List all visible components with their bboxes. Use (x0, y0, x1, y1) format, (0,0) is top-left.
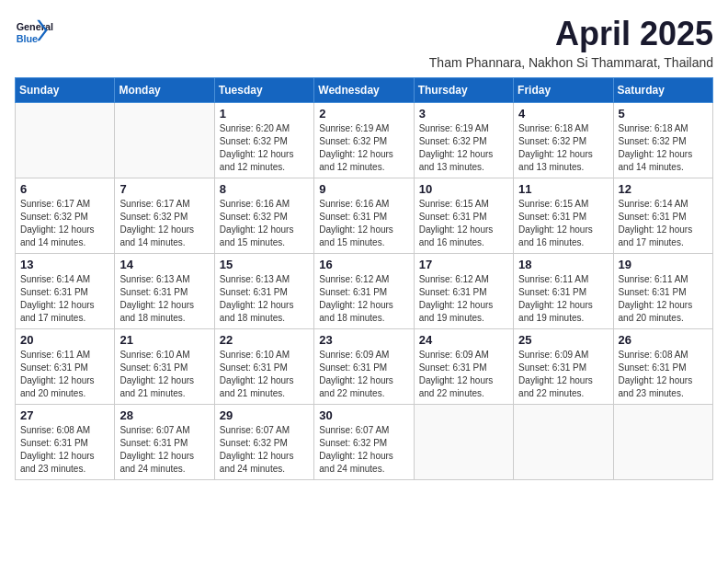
day-cell: 12Sunrise: 6:14 AMSunset: 6:31 PMDayligh… (613, 178, 712, 254)
day-cell (16, 103, 115, 178)
day-number: 1 (220, 107, 309, 121)
day-cell: 29Sunrise: 6:07 AMSunset: 6:32 PMDayligh… (214, 405, 313, 480)
day-cell (514, 405, 613, 480)
day-number: 5 (619, 107, 708, 121)
day-number: 28 (119, 408, 209, 422)
day-info: Sunrise: 6:18 AMSunset: 6:32 PMDaylight:… (619, 122, 708, 174)
day-number: 15 (220, 258, 309, 271)
day-number: 21 (119, 333, 209, 347)
day-cell: 21Sunrise: 6:10 AMSunset: 6:31 PMDayligh… (115, 329, 214, 405)
day-number: 18 (518, 258, 608, 271)
day-cell: 18Sunrise: 6:11 AMSunset: 6:31 PMDayligh… (514, 254, 613, 329)
day-number: 25 (518, 333, 608, 347)
day-cell: 14Sunrise: 6:13 AMSunset: 6:31 PMDayligh… (115, 254, 214, 329)
day-number: 16 (319, 258, 408, 271)
weekday-header-row: SundayMondayTuesdayWednesdayThursdayFrid… (16, 78, 713, 103)
week-row-2: 6Sunrise: 6:17 AMSunset: 6:32 PMDaylight… (16, 178, 713, 254)
day-info: Sunrise: 6:10 AMSunset: 6:31 PMDaylight:… (220, 349, 309, 400)
weekday-header-sunday: Sunday (16, 78, 115, 103)
day-info: Sunrise: 6:11 AMSunset: 6:31 PMDaylight:… (20, 349, 109, 400)
day-cell: 30Sunrise: 6:07 AMSunset: 6:32 PMDayligh… (314, 405, 414, 480)
day-cell: 27Sunrise: 6:08 AMSunset: 6:31 PMDayligh… (16, 405, 115, 480)
day-cell: 9Sunrise: 6:16 AMSunset: 6:31 PMDaylight… (314, 178, 414, 254)
day-info: Sunrise: 6:14 AMSunset: 6:31 PMDaylight:… (619, 198, 708, 249)
day-info: Sunrise: 6:18 AMSunset: 6:32 PMDaylight:… (518, 122, 608, 174)
page-header: General Blue April 2025 Tham Phannara, N… (15, 15, 713, 70)
day-info: Sunrise: 6:12 AMSunset: 6:31 PMDaylight:… (419, 273, 508, 325)
day-info: Sunrise: 6:19 AMSunset: 6:32 PMDaylight:… (319, 122, 408, 174)
day-number: 13 (20, 258, 109, 271)
svg-text:General: General (17, 21, 53, 32)
day-info: Sunrise: 6:16 AMSunset: 6:32 PMDaylight:… (220, 198, 309, 249)
day-cell: 10Sunrise: 6:15 AMSunset: 6:31 PMDayligh… (414, 178, 513, 254)
day-number: 12 (619, 182, 708, 196)
day-info: Sunrise: 6:11 AMSunset: 6:31 PMDaylight:… (619, 273, 708, 325)
day-number: 2 (319, 107, 408, 121)
day-info: Sunrise: 6:08 AMSunset: 6:31 PMDaylight:… (20, 424, 109, 476)
day-cell: 5Sunrise: 6:18 AMSunset: 6:32 PMDaylight… (613, 103, 712, 178)
day-cell: 13Sunrise: 6:14 AMSunset: 6:31 PMDayligh… (16, 254, 115, 329)
day-number: 3 (419, 107, 508, 121)
day-info: Sunrise: 6:09 AMSunset: 6:31 PMDaylight:… (319, 349, 408, 400)
day-cell (115, 103, 214, 178)
day-cell: 15Sunrise: 6:13 AMSunset: 6:31 PMDayligh… (214, 254, 313, 329)
week-row-4: 20Sunrise: 6:11 AMSunset: 6:31 PMDayligh… (16, 329, 713, 405)
day-cell: 19Sunrise: 6:11 AMSunset: 6:31 PMDayligh… (613, 254, 712, 329)
day-number: 24 (419, 333, 508, 347)
day-info: Sunrise: 6:09 AMSunset: 6:31 PMDaylight:… (419, 349, 508, 400)
day-cell: 1Sunrise: 6:20 AMSunset: 6:32 PMDaylight… (214, 103, 313, 178)
weekday-header-saturday: Saturday (613, 78, 712, 103)
day-cell: 11Sunrise: 6:15 AMSunset: 6:31 PMDayligh… (514, 178, 613, 254)
day-number: 4 (518, 107, 608, 121)
weekday-header-wednesday: Wednesday (314, 78, 414, 103)
day-cell: 25Sunrise: 6:09 AMSunset: 6:31 PMDayligh… (514, 329, 613, 405)
day-info: Sunrise: 6:20 AMSunset: 6:32 PMDaylight:… (220, 122, 309, 174)
day-cell: 4Sunrise: 6:18 AMSunset: 6:32 PMDaylight… (514, 103, 613, 178)
day-number: 9 (319, 182, 408, 196)
day-info: Sunrise: 6:17 AMSunset: 6:32 PMDaylight:… (20, 198, 109, 249)
logo-svg: General Blue (15, 15, 61, 52)
day-cell: 3Sunrise: 6:19 AMSunset: 6:32 PMDaylight… (414, 103, 513, 178)
weekday-header-tuesday: Tuesday (214, 78, 313, 103)
day-info: Sunrise: 6:07 AMSunset: 6:32 PMDaylight:… (319, 424, 408, 476)
day-info: Sunrise: 6:16 AMSunset: 6:31 PMDaylight:… (319, 198, 408, 249)
weekday-header-monday: Monday (115, 78, 214, 103)
day-info: Sunrise: 6:10 AMSunset: 6:31 PMDaylight:… (119, 349, 209, 400)
day-info: Sunrise: 6:19 AMSunset: 6:32 PMDaylight:… (419, 122, 508, 174)
day-cell: 2Sunrise: 6:19 AMSunset: 6:32 PMDaylight… (314, 103, 414, 178)
day-info: Sunrise: 6:14 AMSunset: 6:31 PMDaylight:… (20, 273, 109, 325)
weekday-header-thursday: Thursday (414, 78, 513, 103)
day-number: 8 (220, 182, 309, 196)
svg-text:Blue: Blue (17, 33, 38, 44)
week-row-1: 1Sunrise: 6:20 AMSunset: 6:32 PMDaylight… (16, 103, 713, 178)
day-number: 27 (20, 408, 109, 422)
day-cell: 20Sunrise: 6:11 AMSunset: 6:31 PMDayligh… (16, 329, 115, 405)
day-number: 20 (20, 333, 109, 347)
day-cell: 8Sunrise: 6:16 AMSunset: 6:32 PMDaylight… (214, 178, 313, 254)
title-section: April 2025 Tham Phannara, Nakhon Si Tham… (429, 15, 713, 70)
day-number: 22 (220, 333, 309, 347)
day-number: 30 (319, 408, 408, 422)
day-cell: 22Sunrise: 6:10 AMSunset: 6:31 PMDayligh… (214, 329, 313, 405)
day-number: 17 (419, 258, 508, 271)
day-cell: 17Sunrise: 6:12 AMSunset: 6:31 PMDayligh… (414, 254, 513, 329)
weekday-header-friday: Friday (514, 78, 613, 103)
day-info: Sunrise: 6:07 AMSunset: 6:32 PMDaylight:… (220, 424, 309, 476)
day-number: 19 (619, 258, 708, 271)
day-cell: 26Sunrise: 6:08 AMSunset: 6:31 PMDayligh… (613, 329, 712, 405)
day-cell: 23Sunrise: 6:09 AMSunset: 6:31 PMDayligh… (314, 329, 414, 405)
day-cell: 24Sunrise: 6:09 AMSunset: 6:31 PMDayligh… (414, 329, 513, 405)
day-info: Sunrise: 6:09 AMSunset: 6:31 PMDaylight:… (518, 349, 608, 400)
day-cell: 6Sunrise: 6:17 AMSunset: 6:32 PMDaylight… (16, 178, 115, 254)
day-number: 10 (419, 182, 508, 196)
day-number: 14 (119, 258, 209, 271)
day-number: 7 (119, 182, 209, 196)
day-number: 29 (220, 408, 309, 422)
day-number: 11 (518, 182, 608, 196)
day-info: Sunrise: 6:08 AMSunset: 6:31 PMDaylight:… (619, 349, 708, 400)
day-cell: 16Sunrise: 6:12 AMSunset: 6:31 PMDayligh… (314, 254, 414, 329)
day-cell (613, 405, 712, 480)
day-info: Sunrise: 6:12 AMSunset: 6:31 PMDaylight:… (319, 273, 408, 325)
day-info: Sunrise: 6:15 AMSunset: 6:31 PMDaylight:… (518, 198, 608, 249)
month-title: April 2025 (429, 15, 713, 53)
